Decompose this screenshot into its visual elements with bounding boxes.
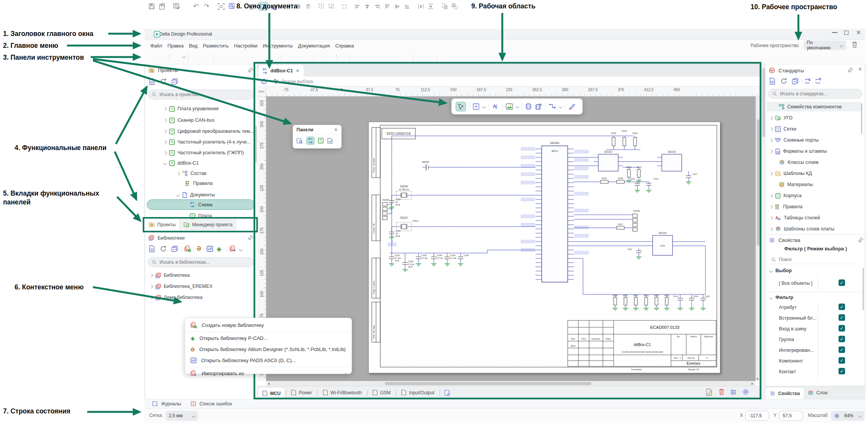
scroll-right-arrow[interactable]: ▸ <box>751 382 753 385</box>
grid-select[interactable]: 2,5 мм <box>165 411 198 421</box>
y-input[interactable] <box>779 411 803 421</box>
tree-item-project[interactable]: Плата управления <box>164 104 218 114</box>
selection-mode-icon[interactable] <box>261 78 267 85</box>
close-icon[interactable]: ✕ <box>334 127 338 132</box>
group-icon[interactable] <box>440 2 449 11</box>
pin-icon[interactable] <box>858 237 863 243</box>
standards-item-formats[interactable]: Форматы и штампы <box>770 146 827 156</box>
ctx-open-pcad[interactable]: ◈ Открыть библиотеку P-CAD... <box>185 333 352 344</box>
chevron-right-icon[interactable] <box>163 129 167 133</box>
image-tool[interactable] <box>506 103 513 110</box>
sheet-tab-io[interactable]: Input/Output <box>397 386 438 399</box>
projects-scrollbar[interactable] <box>256 126 257 163</box>
panel-tab-projects[interactable]: Проекты <box>145 219 180 230</box>
menu-place[interactable]: Разместить <box>200 42 231 50</box>
refresh-icon[interactable] <box>160 78 167 85</box>
chevron-right-icon[interactable] <box>769 216 773 220</box>
chevron-right-icon[interactable] <box>150 284 153 288</box>
distribute-h-icon[interactable] <box>416 2 425 11</box>
standards-scrollbar[interactable] <box>861 103 862 134</box>
filter-group-header[interactable]: Фильтр <box>770 295 793 300</box>
menu-view[interactable]: Вид <box>186 42 200 50</box>
standards-item-ports[interactable]: Схемные порты <box>770 135 819 145</box>
export-standard-icon[interactable] <box>816 78 822 85</box>
import-standard-icon[interactable] <box>805 78 811 85</box>
tree-item-sostav[interactable]: Состав <box>177 168 206 178</box>
preview-document-icon[interactable] <box>148 78 155 85</box>
save-all-button[interactable] <box>158 2 167 11</box>
panel-tab-project-manager[interactable]: Менеджер проекта <box>180 219 236 230</box>
menu-tools[interactable]: Инструменты <box>260 42 295 50</box>
align-right-icon[interactable] <box>373 2 382 11</box>
sheet-tab-power[interactable]: Power <box>287 386 316 399</box>
board-panel-toggle[interactable] <box>318 138 324 144</box>
refresh-icon[interactable] <box>780 78 787 85</box>
undo-button[interactable]: ↶ <box>191 2 200 11</box>
chevron-right-icon[interactable] <box>769 194 773 198</box>
scroll-left-arrow[interactable]: ◂ <box>268 382 270 385</box>
v-scroll-thumb[interactable] <box>757 119 760 246</box>
properties-search-input[interactable] <box>779 257 848 262</box>
schematic-panel-toggle[interactable] <box>306 137 314 145</box>
component-number-tool[interactable]: № <box>535 103 542 110</box>
redo-button[interactable]: ↷ <box>202 2 211 11</box>
right-tab-layers[interactable]: Слои <box>804 386 831 399</box>
error-list-tab[interactable]: ! Список ошибок <box>191 401 232 407</box>
standards-search-input[interactable] <box>780 91 858 96</box>
standards-item-packages[interactable]: Корпуса <box>770 191 801 201</box>
ctx-create-library[interactable]: Создать новую библиотеку <box>185 320 352 331</box>
select-group-header[interactable]: Выбор <box>770 268 792 273</box>
chevron-right-icon[interactable] <box>163 118 167 122</box>
menu-documentation[interactable]: Документация <box>295 42 332 50</box>
import-library-icon[interactable] <box>230 245 236 252</box>
filter-checkbox[interactable]: ✓ <box>839 304 845 310</box>
distribute-v-icon[interactable] <box>426 2 435 11</box>
sheet-tab-mcu[interactable]: MCU <box>259 388 284 399</box>
right-panel-scrollbar[interactable] <box>761 64 766 399</box>
save-button[interactable] <box>147 2 156 11</box>
bom-table-button[interactable] <box>172 2 181 11</box>
minimize-button[interactable] <box>832 32 837 33</box>
ctx-open-pads[interactable]: Открыть библиотеку PADS ASCII (D, C)... <box>185 355 352 366</box>
align-bottom-icon[interactable] <box>402 2 412 11</box>
ungroup-icon[interactable] <box>450 2 459 11</box>
align-left-icon[interactable] <box>353 2 362 11</box>
align-center-icon[interactable] <box>363 2 372 11</box>
preview-document-icon[interactable] <box>148 245 155 252</box>
sheet-tab-wifi[interactable]: Wi-Fi/Bluetooth <box>319 386 366 399</box>
tree-item-rules[interactable]: Правила <box>185 178 213 188</box>
place-symbol-tool[interactable] <box>472 103 480 110</box>
properties-search[interactable] <box>771 255 859 264</box>
grid-dots-icon[interactable] <box>340 2 349 11</box>
filter-checkbox[interactable]: ✓ <box>839 325 845 332</box>
altium-icon[interactable]: Ə <box>197 245 201 252</box>
select-tool-button[interactable] <box>456 102 466 111</box>
doc-check-icon[interactable] <box>327 138 333 144</box>
chevron-right-icon[interactable] <box>769 149 773 153</box>
trash-icon[interactable] <box>852 41 858 48</box>
find-object-icon[interactable] <box>296 138 303 144</box>
align-top-icon[interactable] <box>383 2 392 11</box>
chevron-right-icon[interactable] <box>769 127 773 131</box>
schematic-sheet[interactable]: Перв. примен. Справ. № Подп. и дата Инв.… <box>368 122 720 373</box>
align-middle-icon[interactable] <box>392 2 402 11</box>
canvas-v-scrollbar[interactable]: ▾ <box>756 96 761 381</box>
chevron-right-icon[interactable] <box>176 171 180 175</box>
zoom-selection-icon[interactable] <box>217 2 226 11</box>
standards-item-families[interactable]: Семейства компонентов <box>779 102 842 112</box>
filter-checkbox[interactable]: ✓ <box>839 336 845 342</box>
tree-item-schema-selected[interactable]: Схема <box>147 199 255 210</box>
draw-tool[interactable] <box>568 103 576 110</box>
libraries-search[interactable] <box>148 257 254 267</box>
chevron-down-icon[interactable] <box>163 161 167 165</box>
new-library-icon[interactable] <box>184 245 191 252</box>
tree-item-project[interactable]: Цифровой преобразователь тем... <box>164 126 254 136</box>
right-tab-properties[interactable]: Свойства <box>766 388 804 399</box>
filter-checkbox[interactable]: ✓ <box>839 357 845 364</box>
component-tool[interactable] <box>525 103 532 110</box>
library-item[interactable]: Библиотека_EREMEX <box>150 281 213 291</box>
h-scroll-thumb[interactable] <box>385 382 591 385</box>
standards-item-templates[interactable]: Шаблоны КД <box>770 168 812 178</box>
pin-icon[interactable] <box>248 67 253 73</box>
select-lasso-icon[interactable] <box>327 2 336 11</box>
